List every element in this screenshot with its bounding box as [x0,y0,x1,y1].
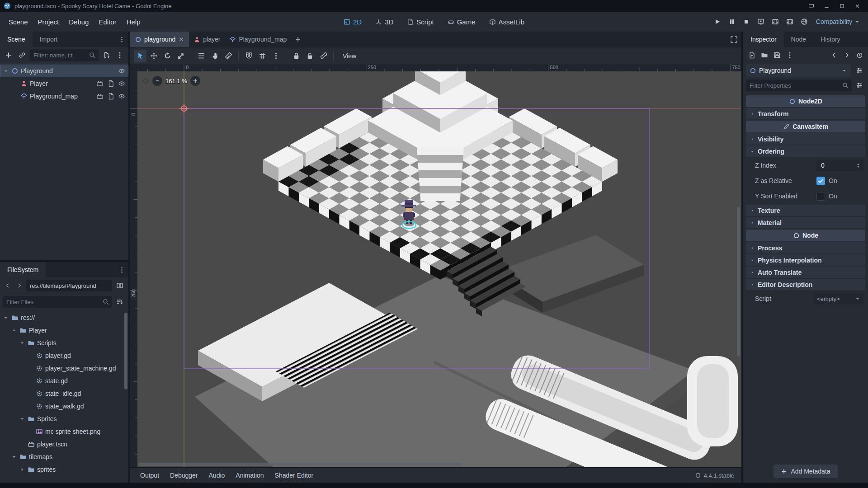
menu-editor[interactable]: Editor [94,12,121,32]
inspector-tab-node[interactable]: Node [784,32,813,47]
attach-script-button[interactable] [100,49,112,61]
y-sort-enabled-checkbox[interactable] [816,192,825,201]
ruler-mode-button[interactable] [222,50,235,62]
open-scene-button[interactable] [95,80,104,88]
inspector-group-physics-interpolation[interactable]: Physics Interpolation [746,254,865,266]
fs-item-sprites[interactable]: sprites [0,463,128,476]
fs-item-tilemaps[interactable]: tilemaps [0,450,128,463]
inspector-group-process[interactable]: Process [746,242,865,253]
menu-project[interactable]: Project [33,12,64,32]
inspector-class-node2d[interactable]: Node2D [746,95,865,107]
tree-expander[interactable] [19,466,25,473]
minimize-button[interactable] [822,1,831,10]
visibility-toggle[interactable] [117,92,126,101]
scene-tab-player[interactable]: player [189,32,225,47]
mode-3d-button[interactable]: 3D [371,16,398,28]
inspector-group-transform[interactable]: Transform [746,108,865,119]
fs-item-state-walk-gd[interactable]: state_walk.gd [0,400,128,413]
inspector-extra-button[interactable] [854,80,865,91]
inspector-filter-input[interactable] [746,80,852,91]
close-tab-button[interactable] [178,36,184,42]
zoom-out-button[interactable] [152,76,162,86]
zoom-in-button[interactable] [190,76,200,86]
scene-tree-item-player[interactable]: Player [0,77,128,90]
window-mode-icon[interactable] [807,1,816,10]
scale-mode-button[interactable] [175,50,187,62]
node-options-button[interactable] [854,65,865,76]
vertical-scrollbar[interactable] [737,207,740,356]
fs-item-state-idle-gd[interactable]: state_idle.gd [0,387,128,400]
pan-mode-button[interactable] [208,50,221,62]
fs-item-mc-sprite-sheet-png[interactable]: mc sprite sheet.png [0,425,128,438]
inspector-group-auto-translate[interactable]: Auto Translate [746,267,865,278]
movie-mode-button[interactable] [769,15,782,28]
filesystem-menu-button[interactable] [115,262,128,277]
tab-scene[interactable]: Scene [0,32,33,47]
history-back-button[interactable] [828,49,840,61]
save-resource-button[interactable] [771,49,783,61]
center-view-icon[interactable] [142,77,149,84]
play-button[interactable] [711,15,724,28]
list-select-button[interactable] [195,50,208,62]
fs-sort-button[interactable] [114,296,126,308]
scene-tab-playground[interactable]: playground [130,32,189,47]
tree-expander[interactable] [11,327,17,333]
script-button[interactable] [106,80,115,88]
z-index-field[interactable]: 0 [816,160,863,171]
visibility-toggle[interactable] [117,80,126,88]
scene-tree-item-playground-map[interactable]: Playground_map [0,90,128,103]
add-node-button[interactable] [3,49,14,61]
renderer-selector-button[interactable]: Compatibility [812,16,863,27]
scene-tree-item-playground[interactable]: Playground [0,65,128,77]
resource-options-button[interactable] [784,49,796,61]
view-menu-button[interactable]: View [337,50,362,62]
stop-button[interactable] [740,15,753,28]
scene-dock-menu-button[interactable] [115,32,128,47]
bottom-panel-output[interactable]: Output [135,468,165,483]
fs-item-state-gd[interactable]: state.gd [0,375,128,387]
fs-path-field[interactable]: res://tilemaps/Playground [26,280,112,291]
move-mode-button[interactable] [147,50,160,62]
menu-scene[interactable]: Scene [4,12,33,32]
pause-button[interactable] [726,15,739,28]
bottom-panel-animation[interactable]: Animation [230,468,269,483]
lock-node-button[interactable] [290,50,302,62]
mode-script-button[interactable]: Script [402,16,438,28]
unlock-node-button[interactable] [303,50,316,62]
script-button[interactable] [106,92,115,101]
mode-assetlib-button[interactable]: AssetLib [485,16,529,28]
tab-import[interactable]: Import [33,32,65,47]
tree-expander[interactable] [11,454,17,460]
grid-snap-button[interactable] [256,50,269,62]
fs-item-player[interactable]: Player [0,324,128,337]
instance-scene-button[interactable] [16,49,28,61]
inspector-tab-history[interactable]: History [813,32,848,47]
visibility-toggle[interactable] [117,67,126,75]
scene-tree-options-button[interactable] [114,49,126,61]
script-value-field[interactable]: <empty> [814,293,863,305]
tab-filesystem[interactable]: FileSystem [0,262,46,277]
history-list-button[interactable] [854,49,865,61]
fs-item-sprites[interactable]: Sprites [0,413,128,425]
tree-expander[interactable] [3,68,9,74]
open-scene-button[interactable] [95,92,104,101]
close-button[interactable] [853,1,862,10]
skeleton-options-button[interactable] [317,50,330,62]
tree-expander[interactable] [3,314,9,321]
fs-item-player-tscn[interactable]: player.tscn [0,438,128,450]
fs-scrollbar[interactable] [124,313,127,389]
fs-split-view-button[interactable] [114,280,126,291]
inspector-class-node[interactable]: Node [746,230,865,241]
inspector-tab-inspector[interactable]: Inspector [743,32,784,47]
mode-2d-button[interactable]: 2D [339,16,366,28]
fs-filter-input[interactable] [3,296,112,308]
2d-viewport[interactable]: 161.1 % [137,71,741,467]
fs-item-player-gd[interactable]: player.gd [0,349,128,362]
fs-forward-button[interactable] [14,281,24,291]
tree-expander[interactable] [19,416,25,422]
select-mode-button[interactable] [134,50,146,62]
run-remote-button[interactable] [755,15,768,28]
scene-tab-playground-map[interactable]: Playground_map [225,32,291,47]
fs-item-scripts[interactable]: Scripts [0,337,128,349]
load-resource-button[interactable] [759,49,770,61]
